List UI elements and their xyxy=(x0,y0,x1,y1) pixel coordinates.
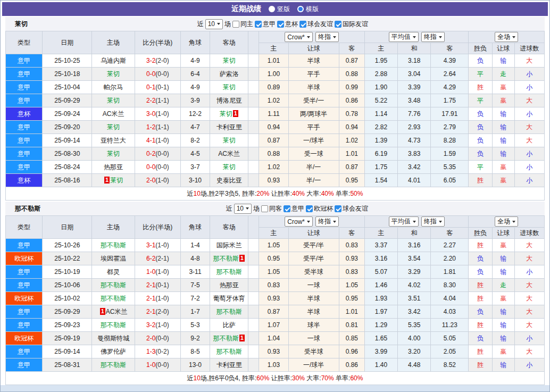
home-odds: 1.00 xyxy=(259,68,288,81)
match-score: 2-2(1-1) xyxy=(135,94,180,107)
competition-label: 球会友谊 xyxy=(343,204,368,213)
match-score: 3-2(2-0) xyxy=(135,54,180,68)
handicap-outcome: 输 xyxy=(492,319,514,332)
match-score: 3-1(1-0) xyxy=(135,239,180,252)
home-team-name: 那不勒斯 xyxy=(101,295,126,302)
goals-outcome: 大 xyxy=(514,319,544,332)
home-odds: 1.05 xyxy=(259,239,288,252)
competition-checkbox[interactable]: 意甲 xyxy=(255,20,276,29)
home-team: 莱切 xyxy=(92,121,135,134)
halftime-score: (2-1) xyxy=(155,255,169,262)
match-row: 意甲25-09-23那不勒斯3-2(1-0)5-3比萨1.07球半0.811.2… xyxy=(6,319,545,332)
home-team: 都灵 xyxy=(92,265,135,279)
away-team: 那不勒斯 xyxy=(210,265,248,279)
average-time-select[interactable]: 终指 xyxy=(421,216,445,227)
away-odds: 0.83 xyxy=(339,265,364,279)
sub-column-header: 客 xyxy=(339,43,364,54)
summary-text: 让胜率: xyxy=(269,190,292,197)
odds-source-select[interactable]: Crow* xyxy=(285,216,313,227)
same-venue-checkbox[interactable]: 同客 xyxy=(261,204,282,213)
average-select[interactable]: 平均值 xyxy=(389,32,419,42)
scope-select-value: 全场 xyxy=(497,32,510,41)
spacer-column-header xyxy=(248,31,259,54)
layout-horizontal-radio[interactable]: 横版 xyxy=(297,5,319,14)
summary-text: 30% xyxy=(292,374,305,382)
home-odds: 1.01 xyxy=(259,54,288,68)
handicap-line: 一球 xyxy=(288,279,339,292)
match-date: 25-10-25 xyxy=(43,54,92,68)
competition-checkbox[interactable]: 意杯 xyxy=(277,20,298,29)
spacer-cell xyxy=(248,239,259,252)
fulltime-score: 3-2 xyxy=(146,57,155,64)
avg-home-odds: 1.95 xyxy=(364,54,397,68)
competition-checkbox[interactable]: 国际友谊 xyxy=(335,20,368,29)
competition-checkbox[interactable]: 球会友谊 xyxy=(299,20,333,29)
column-header: 角球 xyxy=(180,216,210,239)
layout-vertical-radio[interactable]: 竖版 xyxy=(269,5,290,14)
away-team-name: 萨索洛 xyxy=(220,70,239,78)
match-row: 意甲25-09-14佛罗伦萨1-3(0-2)8-5那不勒斯0.93受半球0.96… xyxy=(6,345,545,358)
spacer-cell xyxy=(248,358,259,372)
home-odds: 1.02 xyxy=(259,161,288,174)
match-count-select[interactable]: 10 xyxy=(205,19,223,29)
dropdown-arrow-icon xyxy=(333,36,336,38)
odds-source-select[interactable]: Crow* xyxy=(285,32,313,42)
avg-home-odds: 1.65 xyxy=(364,332,397,345)
spacer-cell xyxy=(248,81,259,94)
recent-results-panel: 近期战绩 竖版 横版 莱切近10场同主意甲意杯球会友谊国际友谊类型日期主场比分(… xyxy=(1,1,549,385)
column-header: 客场 xyxy=(210,31,248,54)
spacer-cell xyxy=(248,265,259,279)
sub-column-header: 让球 xyxy=(288,43,339,54)
summary-row: 近10场,胜2平3负5, 胜率:20% 让胜率:40% 大率:40% 单率:50… xyxy=(6,187,545,201)
handicap-line: 一球 xyxy=(288,332,339,345)
radio-selected-icon xyxy=(297,6,304,12)
handicap-outcome: 输 xyxy=(492,134,514,147)
handicap-outcome: 输 xyxy=(492,147,514,161)
result-outcome: 负 xyxy=(469,332,492,345)
match-count-select[interactable]: 10 xyxy=(234,204,252,214)
spacer-cell xyxy=(248,121,259,134)
handicap-outcome: 输 xyxy=(492,252,514,265)
dropdown-arrow-icon xyxy=(413,36,416,38)
home-odds: 0.93 xyxy=(259,345,288,358)
summary-text: 近 xyxy=(187,190,194,197)
summary-text: 场,胜2平3负5, 胜率: xyxy=(201,190,256,197)
corner-score: 4-7 xyxy=(180,121,210,134)
competition-checkbox[interactable]: 意甲 xyxy=(284,204,304,213)
odds-time-select[interactable]: 终指 xyxy=(315,216,339,227)
away-odds: 1.01 xyxy=(339,305,364,319)
avg-draw-odds: 3.18 xyxy=(398,54,431,68)
away-team-name: 史泰比亚 xyxy=(216,177,242,184)
result-outcome: 胜 xyxy=(469,319,492,332)
sub-column-header: 让球 xyxy=(492,228,514,239)
away-team: 莱切 xyxy=(210,54,248,68)
competition-checkbox[interactable]: 球会友谊 xyxy=(335,204,368,213)
avg-draw-odds: 3.42 xyxy=(398,305,431,319)
corner-score: 1-7 xyxy=(180,305,210,319)
competition-checkbox[interactable]: 欧冠杯 xyxy=(306,204,333,213)
average-time-select[interactable]: 终指 xyxy=(421,32,445,42)
scope-select[interactable]: 全场 xyxy=(495,32,518,42)
checkbox-checked-icon xyxy=(255,21,262,28)
column-header: 角球 xyxy=(180,31,210,54)
title-bar: 近期战绩 竖版 横版 xyxy=(2,2,548,16)
avg-draw-odds: 5.35 xyxy=(398,319,431,332)
goals-outcome: 大 xyxy=(514,134,544,147)
match-date: 25-09-29 xyxy=(43,305,92,319)
avg-away-odds: 17.91 xyxy=(431,107,469,121)
odds-time-select[interactable]: 终指 xyxy=(315,32,339,42)
match-row: 意甲25-08-31那不勒斯1-0(0-0)13-0卡利亚里1.03一/球半0.… xyxy=(6,358,545,372)
match-row: 意甲25-09-14亚特兰大4-1(1-0)8-2莱切0.87一/球半1.021… xyxy=(6,134,545,147)
away-team: 莱切 xyxy=(210,161,248,174)
match-type-badge: 意甲 xyxy=(6,358,43,372)
home-odds: 1.07 xyxy=(259,319,288,332)
sub-column-header: 主 xyxy=(364,228,397,239)
fulltime-score: 2-0 xyxy=(146,335,155,342)
handicap-line: 受半球 xyxy=(288,345,339,358)
same-venue-checkbox[interactable]: 同主 xyxy=(232,20,253,29)
scope-select[interactable]: 全场 xyxy=(495,216,518,227)
average-select[interactable]: 平均值 xyxy=(389,216,419,227)
match-score: 3-2(1-0) xyxy=(135,319,180,332)
avg-home-odds: 2.82 xyxy=(364,121,397,134)
sub-column-header: 和 xyxy=(398,228,431,239)
